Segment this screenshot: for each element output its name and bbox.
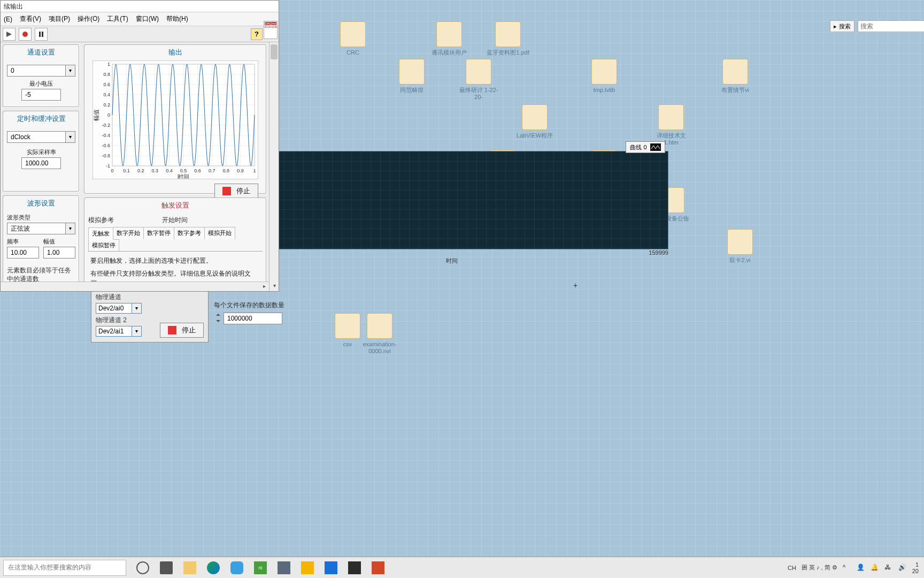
tab-analog-start[interactable]: 模拟开始 xyxy=(204,227,235,239)
menu-edit[interactable]: (E) xyxy=(4,16,12,23)
run-button[interactable] xyxy=(3,28,16,41)
tray-bell-icon[interactable]: 🔔 xyxy=(871,564,879,572)
horizontal-scrollbar[interactable]: ▸ xyxy=(1,282,269,291)
app-icon-3[interactable] xyxy=(343,557,366,579)
phys-ch-value[interactable]: Dev2/ai0 xyxy=(96,303,132,314)
stop-button-2[interactable]: 停止 xyxy=(160,323,204,338)
svg-text:0.4: 0.4 xyxy=(166,168,173,173)
tab-digital-ref[interactable]: 数字参考 xyxy=(174,227,205,239)
labview-output-window: 续输出 (E) 查看(V) 项目(P) 操作(O) 工具(T) 窗口(W) 帮助… xyxy=(0,0,279,292)
desktop-icon[interactable]: CRC xyxy=(332,21,374,56)
svg-text:0.8: 0.8 xyxy=(223,168,230,173)
abort-button[interactable] xyxy=(19,28,32,41)
desktop-icon[interactable]: tmp.lvlib xyxy=(583,59,626,94)
waveform-type-value[interactable]: 正弦波 xyxy=(7,223,66,234)
sample-rate-input[interactable] xyxy=(21,157,61,169)
help-icon[interactable]: ? xyxy=(251,28,263,40)
menu-help[interactable]: 帮助(H) xyxy=(166,14,188,24)
tray-volume-icon[interactable]: 🔊 xyxy=(898,564,907,572)
ppt-icon[interactable] xyxy=(367,557,389,579)
tray-chevron-icon[interactable]: ^ xyxy=(843,564,851,572)
dropdown-arrow-icon[interactable]: ▾ xyxy=(132,303,142,314)
svg-text:0: 0 xyxy=(107,112,110,118)
panel-title: 输出 xyxy=(85,45,266,60)
dropdown-arrow-icon[interactable]: ▾ xyxy=(66,223,75,234)
output-sine-chart[interactable]: -1-0.8-0.6-0.4-0.200.20.40.60.8100.10.20… xyxy=(93,60,258,179)
ni-icon[interactable]: ni xyxy=(249,557,272,579)
desktop-icon[interactable]: 通讯模块用户 xyxy=(428,21,471,56)
search-tag[interactable]: ▸ 搜索 xyxy=(830,20,854,32)
tray-clock[interactable]: 1 20 xyxy=(912,561,919,574)
data-count-group: 每个文件保存的数据数量 xyxy=(214,301,284,325)
dropdown-arrow-icon[interactable]: ▾ xyxy=(66,131,75,143)
ime-settings[interactable]: 囲 英 ♪ , 简 ⚙ xyxy=(802,564,837,572)
explorer-icon[interactable] xyxy=(179,557,201,579)
desktop-icon[interactable]: examination-0000.nvi xyxy=(358,313,401,355)
channel-combo[interactable]: 0 ▾ xyxy=(7,65,75,77)
data-count-input[interactable] xyxy=(224,313,282,324)
stop-button[interactable]: 停止 xyxy=(214,184,258,199)
window-title[interactable]: 续输出 xyxy=(1,1,279,12)
phys-ch2-value[interactable]: Dev2/ai1 xyxy=(96,326,132,337)
ime-indicator[interactable]: CH xyxy=(788,565,796,571)
edge-icon[interactable] xyxy=(202,557,225,579)
channel-combo-value[interactable]: 0 xyxy=(7,65,66,77)
x-tick-max: 159999 xyxy=(649,249,668,256)
menu-window[interactable]: 窗口(W) xyxy=(136,14,159,24)
menu-project[interactable]: 项目(P) xyxy=(49,14,70,24)
desktop-icon[interactable]: 同范畴排 xyxy=(390,59,433,94)
desktop-icon[interactable]: 双卡2.vi xyxy=(719,229,761,264)
taskbar-apps: ni xyxy=(132,557,389,579)
clock-combo[interactable]: dClock ▾ xyxy=(7,131,75,143)
taskbar-search-input[interactable]: 在这里输入你想要搜索的内容 xyxy=(3,560,126,576)
search-input[interactable] xyxy=(858,20,924,32)
tray-user-icon[interactable]: 👤 xyxy=(857,564,865,572)
chart-legend[interactable]: 曲线 0 xyxy=(626,141,665,153)
numeric-spinner-icon[interactable] xyxy=(214,310,222,325)
start-button[interactable] xyxy=(132,557,154,579)
amplitude-label: 幅值 xyxy=(43,238,75,246)
desktop-icon[interactable]: 详细技术文 1.htm xyxy=(650,104,692,146)
phys-ch-combo[interactable]: Dev2/ai0 ▾ xyxy=(96,303,205,314)
cursor-crosshair-icon: + xyxy=(573,281,578,290)
tab-analog-pause[interactable]: 模拟暂停 xyxy=(88,239,119,251)
dropdown-arrow-icon[interactable]: ▾ xyxy=(132,326,142,337)
icon-label: tmp.lvlib xyxy=(594,87,615,94)
scroll-down-icon[interactable]: ▾ xyxy=(271,283,278,290)
menu-tools[interactable]: 工具(T) xyxy=(107,14,128,24)
data-count-label: 每个文件保存的数据数量 xyxy=(214,301,284,310)
app-icon-2[interactable] xyxy=(273,557,295,579)
min-volt-label: 最小电压 xyxy=(29,80,53,88)
desktop-icon[interactable]: 蓝牙资料图1.pdf xyxy=(487,21,529,56)
app-icon[interactable] xyxy=(226,557,248,579)
scroll-right-icon[interactable]: ▸ xyxy=(260,283,268,291)
task-view-icon[interactable] xyxy=(155,557,178,579)
desktop-icon[interactable]: 布置情节vi xyxy=(714,59,757,94)
tab-digital-start[interactable]: 数字开始 xyxy=(113,227,144,239)
scrollbar-thumb[interactable] xyxy=(271,44,278,59)
frequency-input[interactable] xyxy=(7,247,39,258)
menu-operate[interactable]: 操作(O) xyxy=(78,14,99,24)
amplitude-input[interactable] xyxy=(43,247,75,258)
pause-button[interactable] xyxy=(35,28,48,41)
min-volt-input[interactable] xyxy=(21,89,61,101)
dropdown-arrow-icon[interactable]: ▾ xyxy=(66,65,75,77)
clock-combo-value[interactable]: dClock xyxy=(7,131,66,143)
menu-view[interactable]: 查看(V) xyxy=(20,14,41,24)
svg-text:-0.4: -0.4 xyxy=(102,133,110,138)
desktop-icon[interactable]: LabVIEW程序 xyxy=(513,104,556,139)
vertical-scrollbar[interactable]: ▾ xyxy=(269,42,279,291)
trigger-tabs: 无触发 数字开始 数字暂停 数字参考 模拟开始 模拟暂停 xyxy=(88,227,263,252)
svg-text:0.2: 0.2 xyxy=(103,102,110,108)
tray-network-icon[interactable]: 🖧 xyxy=(884,564,893,572)
tab-no-trigger[interactable]: 无触发 xyxy=(88,227,113,240)
waveform-chart[interactable] xyxy=(235,151,668,249)
shield-icon[interactable] xyxy=(320,557,342,579)
svg-text:0.2: 0.2 xyxy=(137,168,144,173)
labview-icon[interactable] xyxy=(296,557,319,579)
tab-digital-pause[interactable]: 数字暂停 xyxy=(143,227,174,239)
desktop-icon[interactable]: 最终研讨 1-22-20- xyxy=(457,59,500,101)
icon-label: CRC xyxy=(346,49,359,56)
waveform-type-combo[interactable]: 正弦波 ▾ xyxy=(7,223,75,234)
svg-marker-2 xyxy=(6,32,12,37)
